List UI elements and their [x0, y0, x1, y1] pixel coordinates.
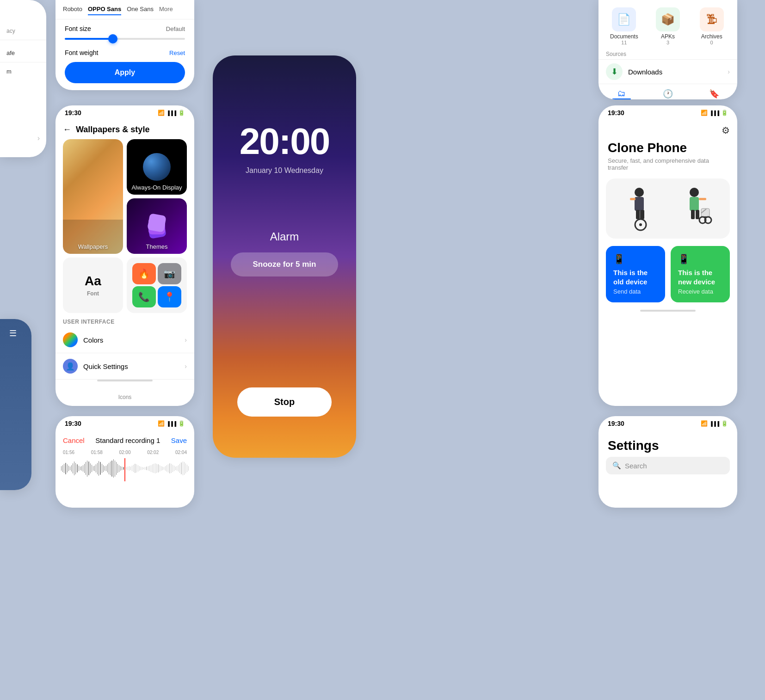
wallpaper-item-themes[interactable]: Themes	[127, 198, 187, 254]
save-button[interactable]: Save	[171, 436, 187, 444]
settings-signal-icon: ▐▐▐	[709, 421, 719, 426]
quick-settings-row[interactable]: 👤 Quick Settings ›	[56, 353, 194, 380]
person-old-device-icon	[623, 183, 660, 234]
files-nav: 🗂 Files 🕐 Recents 🔖 Tag	[598, 84, 737, 99]
snooze-button[interactable]: Snooze for 5 min	[231, 252, 339, 276]
wallpaper-item-aod[interactable]: Always-On Display	[127, 139, 187, 195]
svg-point-6	[639, 223, 642, 226]
partial-label: acy	[0, 18, 46, 34]
wallpaper-label: Wallpapers	[63, 243, 123, 250]
nav-tag[interactable]: 🔖 Tag	[691, 86, 737, 99]
clone-header: ⚙	[598, 120, 737, 141]
recording-status-time: 19:30	[65, 420, 81, 427]
clone-home-indicator	[640, 310, 696, 312]
archives-label: Archives	[701, 33, 722, 40]
wifi-icon: 📶	[158, 110, 165, 116]
gear-icon[interactable]: ⚙	[722, 125, 730, 136]
stop-button[interactable]: Stop	[237, 387, 332, 417]
battery-icon: 🔋	[178, 110, 185, 116]
clone-status-time: 19:30	[608, 109, 624, 117]
font-tabs: Roboto OPPO Sans One Sans More	[56, 4, 194, 19]
status-bar: 19:30 📶 ▐▐▐ 🔋	[56, 105, 194, 120]
old-device-title: This is the old device	[613, 268, 658, 286]
font-item[interactable]: Aa Font	[63, 258, 123, 313]
alarm-label: Alarm	[270, 230, 299, 243]
tab-oppo-sans[interactable]: OPPO Sans	[88, 4, 121, 15]
waveform: 01:56 01:58 02:00 02:02 02:04	[56, 450, 194, 487]
category-apks[interactable]: 📦 APKs 3	[646, 4, 690, 49]
back-button[interactable]: ←	[63, 125, 71, 135]
svg-point-8	[690, 188, 699, 197]
icons-label: Icons	[56, 394, 194, 400]
files-nav-icon: 🗂	[617, 89, 626, 98]
home-indicator-2	[97, 380, 153, 381]
font-default-label: Default	[166, 25, 185, 32]
nav-files[interactable]: 🗂 Files	[598, 86, 645, 99]
clone-illustration	[606, 178, 730, 239]
icon-sample-2: 📷	[158, 263, 181, 284]
nav-header: ← Wallpapers & style	[56, 120, 194, 139]
tab-roboto[interactable]: Roboto	[63, 4, 82, 15]
status-time: 19:30	[65, 109, 81, 117]
old-device-option[interactable]: 📱 This is the old device Send data	[606, 246, 665, 302]
ui-section-title: USER INTERFACE	[56, 313, 194, 327]
waveform-timeline: 01:56 01:58 02:00 02:02 02:04	[61, 450, 189, 455]
partial-text: afe	[0, 46, 46, 60]
rec-signal-icon: ▐▐▐	[167, 421, 176, 426]
font-size-slider[interactable]	[65, 38, 185, 40]
clone-battery-icon: 🔋	[721, 110, 728, 116]
new-device-action: Receive data	[678, 288, 722, 295]
quick-settings-icon: 👤	[63, 359, 78, 374]
earth-icon	[143, 153, 171, 181]
settings-title: Settings	[598, 431, 737, 457]
archives-count: 0	[710, 40, 713, 45]
downloads-row[interactable]: ⬇ Downloads ›	[598, 59, 737, 84]
search-placeholder: Search	[625, 462, 647, 470]
ts-3: 02:00	[119, 450, 130, 455]
colors-row[interactable]: Colors ›	[56, 327, 194, 353]
old-device-action: Send data	[613, 288, 658, 295]
clone-signal-icon: ▐▐▐	[709, 111, 719, 116]
themes-icon	[145, 215, 168, 238]
icons-item[interactable]: 🔥 📷 📞 📍 Icons	[127, 258, 187, 313]
category-archives[interactable]: 🗜 Archives 0	[690, 4, 734, 49]
ts-2: 01:58	[91, 450, 103, 455]
apks-label: APKs	[661, 33, 675, 40]
nav-recents[interactable]: 🕐 Recents	[645, 86, 691, 99]
page-title: Wallpapers & style	[76, 125, 149, 135]
clone-status-bar: 19:30 📶 ▐▐▐ 🔋	[598, 105, 737, 120]
recording-card: 19:30 📶 ▐▐▐ 🔋 Cancel Standard recording …	[56, 416, 194, 508]
icon-sample-3: 📞	[132, 286, 156, 307]
documents-icon: 📄	[612, 7, 636, 31]
search-icon: 🔍	[612, 461, 621, 470]
archives-icon: 🗜	[700, 7, 724, 31]
apply-button[interactable]: Apply	[65, 62, 185, 83]
colors-label: Colors	[83, 336, 185, 344]
tab-one-sans[interactable]: One Sans	[127, 4, 154, 15]
apks-icon: 📦	[656, 7, 680, 31]
category-documents[interactable]: 📄 Documents 11	[602, 4, 646, 49]
wallpaper-grid: Wallpapers Always-On Display Themes	[56, 139, 194, 254]
settings-status-time: 19:30	[608, 420, 624, 427]
wallpaper-item-flower[interactable]: Wallpapers	[63, 139, 123, 254]
files-card: 📄 Documents 11 📦 APKs 3 🗜 Archives 0 Sou…	[598, 0, 737, 99]
settings-status-bar: 19:30 📶 ▐▐▐ 🔋	[598, 416, 737, 431]
alarm-time: 20:00	[240, 120, 330, 163]
recording-title: Standard recording 1	[95, 436, 160, 444]
cancel-button[interactable]: Cancel	[63, 436, 85, 444]
quick-settings-label: Quick Settings	[83, 362, 185, 370]
recording-status-icons: 📶 ▐▐▐ 🔋	[158, 420, 185, 427]
new-device-title: This is the new device	[678, 268, 722, 286]
tab-more[interactable]: More	[159, 4, 173, 15]
waveform-cursor	[124, 458, 125, 481]
search-box[interactable]: 🔍 Search	[606, 457, 730, 474]
settings-card: 19:30 📶 ▐▐▐ 🔋 Settings 🔍 Search	[598, 416, 737, 508]
apks-count: 3	[666, 40, 669, 45]
left-partial-card-top: acy afe m ›	[0, 0, 46, 157]
svg-rect-12	[696, 210, 699, 219]
reset-button[interactable]: Reset	[169, 49, 185, 56]
menu-icon[interactable]: ☰	[0, 319, 31, 348]
documents-label: Documents	[610, 33, 638, 40]
new-device-option[interactable]: 📱 This is the new device Receive data	[671, 246, 730, 302]
downloads-icon: ⬇	[606, 63, 623, 80]
